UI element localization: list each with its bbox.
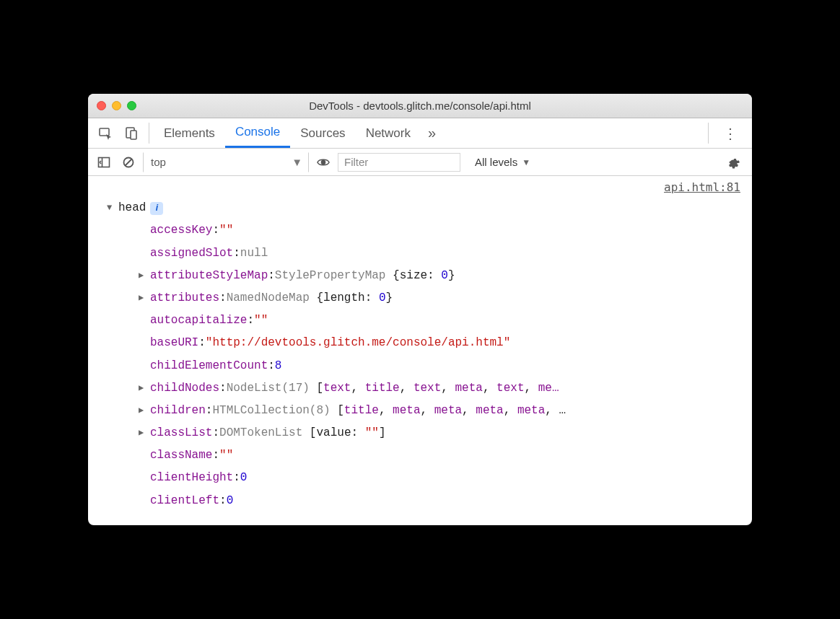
property-key: clientLeft [150,490,219,512]
devtools-window: DevTools - devtools.glitch.me/console/ap… [88,94,752,525]
property-key: children [150,400,206,422]
property-value: 0 [240,467,248,489]
expand-toggle-icon[interactable] [139,290,147,307]
property-key: assignedSlot [150,242,233,265]
property-value: null [240,242,268,265]
property-value: DOMTokenList [value: ""] [219,422,385,444]
context-value: top [151,156,166,168]
property-key: clientHeight [150,467,233,489]
property-row: accessKey: "" [107,219,743,242]
toggle-console-sidebar-icon[interactable] [94,152,114,172]
filter-input[interactable] [338,153,460,172]
svg-rect-0 [100,128,109,136]
svg-line-6 [126,159,132,165]
property-row: clientHeight: 0 [107,467,743,489]
titlebar: DevTools - devtools.glitch.me/console/ap… [88,94,752,118]
property-row[interactable]: attributes: NamedNodeMap {length: 0} [107,287,743,310]
clear-console-icon[interactable] [118,152,139,172]
tab-label: Elements [164,126,215,141]
property-value: "" [219,219,233,242]
property-row[interactable]: attributeStyleMap: StylePropertyMap {siz… [107,265,743,287]
live-expression-icon[interactable] [313,155,333,170]
levels-label: All levels [475,156,517,168]
chevron-down-icon: ▼ [522,157,530,167]
property-row: className: "" [107,444,743,467]
tab-label: Sources [300,126,345,141]
property-row: clientLeft: 0 [107,490,743,512]
expand-toggle-icon[interactable] [139,380,147,397]
object-name: head [118,197,146,219]
console-output: head i accessKey: ""assignedSlot: nullat… [88,194,752,525]
tab-elements[interactable]: Elements [154,118,225,148]
window-title: DevTools - devtools.glitch.me/console/ap… [88,100,752,112]
property-row: autocapitalize: "" [107,310,743,332]
property-row[interactable]: childNodes: NodeList(17) [text, title, t… [107,377,743,400]
property-key: className [150,444,212,467]
inspect-element-icon[interactable] [92,118,118,148]
divider [708,123,709,144]
property-value: 0 [227,490,234,512]
divider [149,123,149,144]
property-value: HTMLCollection(8) [title, meta, meta, me… [212,400,566,422]
property-value: NodeList(17) [text, title, text, meta, t… [227,377,559,400]
property-value: "" [254,310,268,332]
property-row: assignedSlot: null [107,242,743,265]
tab-label: Network [366,126,411,141]
property-value: "http://devtools.glitch.me/console/api.h… [206,332,510,354]
property-key: childElementCount [150,355,268,377]
property-key: attributeStyleMap [150,265,268,287]
svg-rect-2 [131,131,136,139]
tabs-overflow-button[interactable]: » [421,118,443,148]
property-value: "" [219,444,233,467]
tab-console[interactable]: Console [225,118,290,148]
tab-network[interactable]: Network [356,118,421,148]
info-badge-icon[interactable]: i [150,202,163,215]
source-link[interactable]: api.html:81 [88,176,752,194]
kebab-menu-icon[interactable]: ⋮ [713,118,748,148]
property-row: baseURI: "http://devtools.glitch.me/cons… [107,332,743,354]
expand-toggle-icon[interactable] [139,425,147,442]
property-row[interactable]: children: HTMLCollection(8) [title, meta… [107,400,743,422]
property-key: attributes [150,287,219,310]
property-key: accessKey [150,219,212,242]
property-row[interactable]: classList: DOMTokenList [value: ""] [107,422,743,444]
console-toolbar: top ▼ All levels ▼ [88,149,752,176]
object-header-row[interactable]: head i [107,197,743,219]
expand-toggle-icon[interactable] [139,268,147,284]
log-levels-select[interactable]: All levels ▼ [469,156,536,168]
property-value: 8 [275,355,282,377]
console-settings-icon[interactable] [720,155,746,170]
expand-toggle-icon[interactable] [107,200,115,216]
property-key: classList [150,422,212,444]
chevron-down-icon: ▼ [292,156,302,168]
property-value: NamedNodeMap {length: 0} [227,287,393,310]
property-value: StylePropertyMap {size: 0} [275,265,455,287]
property-key: autocapitalize [150,310,247,332]
property-row: childElementCount: 8 [107,355,743,377]
tab-label: Console [235,125,280,139]
execution-context-select[interactable]: top ▼ [143,152,309,172]
property-key: childNodes [150,377,219,400]
expand-toggle-icon[interactable] [139,403,147,419]
property-key: baseURI [150,332,198,354]
device-toolbar-icon[interactable] [118,118,144,148]
svg-point-7 [322,160,325,164]
main-tabbar: Elements Console Sources Network » ⋮ [88,118,752,149]
tab-sources[interactable]: Sources [290,118,355,148]
